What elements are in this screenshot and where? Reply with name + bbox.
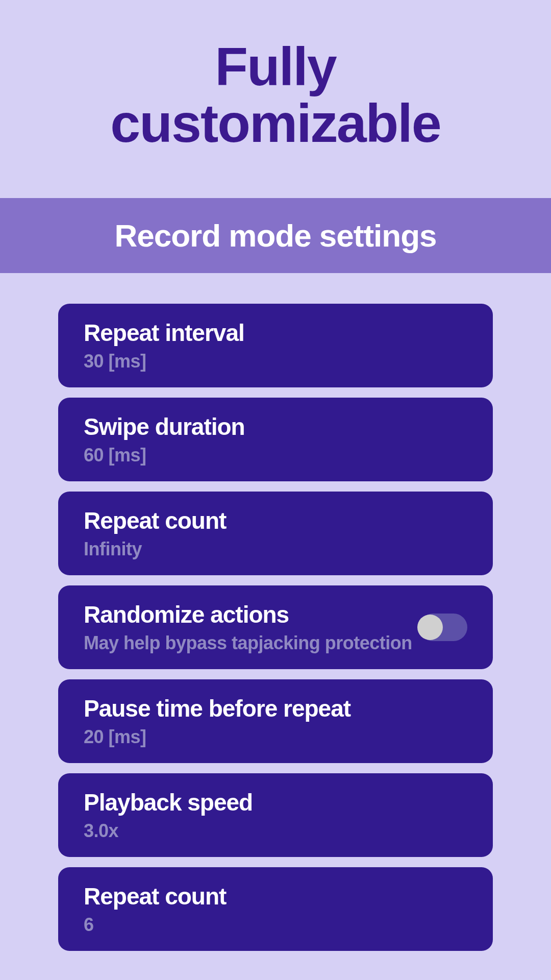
toggle-knob-icon	[417, 615, 443, 640]
setting-title: Randomize actions	[84, 601, 412, 628]
setting-title: Pause time before repeat	[84, 695, 350, 722]
setting-title: Swipe duration	[84, 413, 245, 440]
setting-title: Repeat count	[84, 883, 226, 910]
setting-value: 60 [ms]	[84, 445, 245, 466]
setting-text: Repeat count 6	[84, 883, 226, 936]
setting-text: Pause time before repeat 20 [ms]	[84, 695, 350, 748]
setting-text: Swipe duration 60 [ms]	[84, 413, 245, 466]
setting-repeat-count-6[interactable]: Repeat count 6	[58, 867, 493, 951]
setting-value: 30 [ms]	[84, 351, 244, 372]
setting-value: 20 [ms]	[84, 726, 350, 748]
section-header: Record mode settings	[0, 198, 551, 273]
setting-text: Repeat count Infinity	[84, 507, 226, 560]
settings-list: Repeat interval 30 [ms] Swipe duration 6…	[0, 273, 551, 971]
setting-text: Randomize actions May help bypass tapjac…	[84, 601, 412, 654]
setting-text: Playback speed 3.0x	[84, 789, 253, 842]
page-title-line2: customizable	[20, 95, 531, 152]
section-header-text: Record mode settings	[114, 218, 436, 253]
setting-pause-time[interactable]: Pause time before repeat 20 [ms]	[58, 679, 493, 763]
setting-value: Infinity	[84, 538, 226, 560]
setting-title: Playback speed	[84, 789, 253, 816]
setting-value: 3.0x	[84, 820, 253, 842]
setting-repeat-count-infinity[interactable]: Repeat count Infinity	[58, 492, 493, 575]
setting-swipe-duration[interactable]: Swipe duration 60 [ms]	[58, 398, 493, 481]
setting-repeat-interval[interactable]: Repeat interval 30 [ms]	[58, 304, 493, 387]
page-title-line1: Fully	[20, 38, 531, 95]
setting-randomize-actions[interactable]: Randomize actions May help bypass tapjac…	[58, 585, 493, 669]
randomize-toggle[interactable]	[419, 614, 467, 641]
setting-value: May help bypass tapjacking protection	[84, 632, 412, 654]
setting-title: Repeat count	[84, 507, 226, 534]
page-title: Fully customizable	[0, 0, 551, 198]
setting-text: Repeat interval 30 [ms]	[84, 319, 244, 372]
setting-value: 6	[84, 914, 226, 936]
setting-playback-speed[interactable]: Playback speed 3.0x	[58, 773, 493, 857]
setting-title: Repeat interval	[84, 319, 244, 347]
